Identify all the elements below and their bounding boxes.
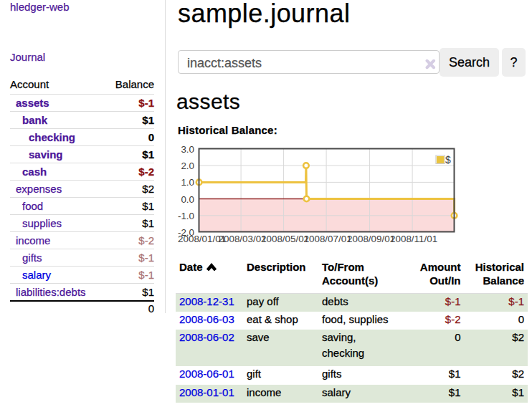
svg-text:2008/07/01: 2008/07/01	[304, 234, 352, 244]
svg-text:-1.0: -1.0	[178, 211, 194, 221]
svg-text:3.0: 3.0	[181, 144, 194, 155]
svg-text:2008/03/01: 2008/03/01	[219, 234, 267, 244]
svg-text:2008/11/01: 2008/11/01	[390, 234, 437, 244]
svg-text:2.0: 2.0	[181, 160, 194, 171]
svg-text:1.0: 1.0	[181, 177, 194, 188]
svg-text:2008/09/01: 2008/09/01	[347, 234, 395, 244]
svg-text:0.0: 0.0	[181, 194, 194, 205]
svg-text:2008/05/01: 2008/05/01	[261, 234, 309, 244]
svg-text:$: $	[445, 154, 451, 166]
